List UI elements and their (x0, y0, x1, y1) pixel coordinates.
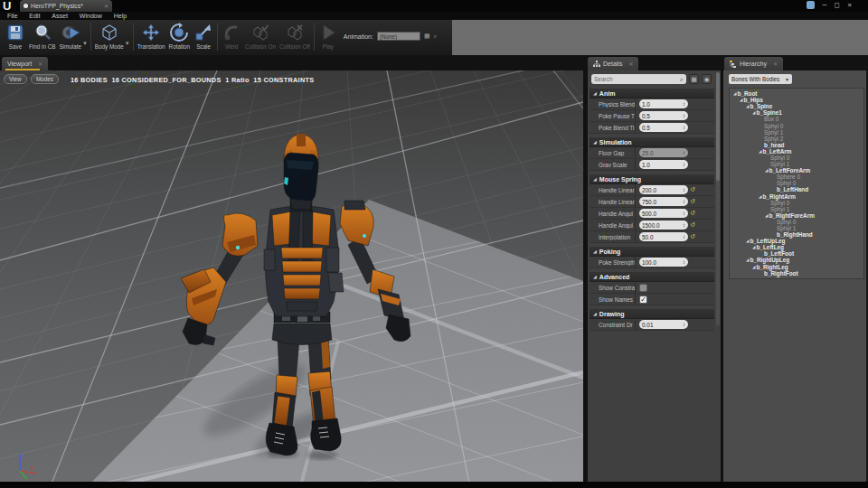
maximize-button[interactable]: □ (835, 1, 839, 9)
menu-help[interactable]: Help (114, 13, 127, 19)
tab-close-icon[interactable]: ✕ (104, 3, 108, 9)
tab-viewport[interactable]: Viewport ✕ (2, 57, 48, 70)
reset-to-default-icon[interactable]: ↺ (690, 186, 695, 193)
menu-file[interactable]: File (7, 13, 17, 19)
property-value-field[interactable]: 0.01↕ (639, 320, 688, 329)
dropdown-caret-icon[interactable]: ▼ (125, 41, 130, 46)
tree-item-b_leftupleg[interactable]: ◢b_LeftUpLeg (730, 238, 863, 244)
property-value-field[interactable]: 100.0↕ (639, 258, 688, 267)
tree-item-sphyl-0[interactable]: Sphyl 0 (730, 122, 863, 128)
tree-item-b_spine1[interactable]: ◢b_Spine1 (730, 109, 863, 116)
details-scrollbar[interactable] (716, 72, 720, 325)
expand-arrow-icon[interactable]: ◢ (765, 213, 768, 218)
hierarchy-tab-close-icon[interactable]: ✕ (773, 61, 778, 67)
expand-arrow-icon[interactable]: ◢ (733, 91, 736, 96)
viewport-tab-close-icon[interactable]: ✕ (38, 61, 42, 67)
hierarchy-filter-dropdown[interactable]: Bones With Bodies ▼ (729, 74, 792, 84)
value-spinner-icon[interactable]: ↕ (683, 125, 685, 130)
minimize-button[interactable]: — (823, 1, 827, 9)
tree-item-sphyl-0[interactable]: Sphyl 0 (730, 219, 863, 225)
find-in-cb-button[interactable]: Find in CB (27, 22, 57, 51)
checkbox[interactable] (639, 284, 647, 292)
value-spinner-icon[interactable]: ↕ (683, 234, 685, 239)
expand-arrow-icon[interactable]: ◢ (746, 258, 749, 262)
section-header[interactable]: ◢Simulation (590, 137, 714, 147)
asset-grid-icon[interactable]: ▦ (424, 33, 430, 40)
checkbox[interactable]: ✓ (639, 296, 647, 304)
section-header[interactable]: ◢Anim (590, 89, 714, 99)
tree-item-b_spine[interactable]: ◢b_Spine (730, 103, 863, 109)
value-spinner-icon[interactable]: ↕ (683, 150, 685, 155)
reset-to-default-icon[interactable]: ↺ (690, 198, 695, 205)
translation-button[interactable]: Translation (136, 22, 167, 51)
document-tab[interactable]: HeroTPP_Physics* ✕ (20, 0, 112, 12)
tree-item-b_leftleg[interactable]: ◢b_LeftLeg (730, 244, 863, 250)
tree-item-b_rightforearm[interactable]: ◢b_RightForeArm (730, 212, 863, 219)
tree-item-sphere-0[interactable]: Sphere 0 (730, 174, 863, 180)
tree-item-b_rightupleg[interactable]: ◢b_RightUpLeg (730, 257, 863, 263)
tree-item-sphyl-0[interactable]: Sphyl 0 (730, 200, 863, 206)
menu-edit[interactable]: Edit (29, 13, 40, 19)
property-value-field[interactable]: 1.0↕ (639, 99, 688, 108)
value-spinner-icon[interactable]: ↕ (683, 101, 685, 107)
property-value-field[interactable]: 50.0↕ (639, 232, 688, 241)
section-header[interactable]: ◢Mouse Spring (590, 174, 714, 184)
viewport-3d[interactable]: z x y (0, 70, 583, 482)
tree-item-b_leftforearm[interactable]: ◢b_LeftForeArm (730, 167, 863, 174)
reset-to-default-icon[interactable]: ↺ (690, 221, 695, 229)
value-spinner-icon[interactable]: ↕ (683, 259, 685, 265)
animation-asset-field[interactable]: (None) (377, 32, 420, 41)
property-value-field[interactable]: 1500.0↕ (639, 221, 688, 230)
tab-hierarchy[interactable]: Hierarchy ✕ (724, 57, 783, 70)
rotation-button[interactable]: Rotation (167, 22, 192, 51)
expand-arrow-icon[interactable]: ◢ (746, 104, 749, 108)
reset-to-default-icon[interactable]: ↺ (690, 210, 695, 217)
reset-to-default-icon[interactable]: ↺ (690, 233, 695, 240)
property-value-field[interactable]: 0.5↕ (639, 123, 688, 132)
expand-arrow-icon[interactable]: ◢ (752, 110, 755, 115)
value-spinner-icon[interactable]: ↕ (683, 322, 685, 327)
tree-item-b_leftfoot[interactable]: b_LeftFoot (730, 250, 863, 257)
tree-item-b_rightleg[interactable]: ◢b_RightLeg (730, 264, 863, 270)
expand-arrow-icon[interactable]: ◢ (759, 194, 761, 199)
value-spinner-icon[interactable]: ↕ (683, 162, 685, 167)
tree-item-sphyl-1[interactable]: Sphyl 1 (730, 129, 863, 136)
value-spinner-icon[interactable]: ↕ (683, 222, 685, 228)
expand-arrow-icon[interactable]: ◢ (759, 149, 761, 154)
property-value-field[interactable]: 1.0↕ (639, 160, 688, 169)
menu-window[interactable]: Window (80, 13, 102, 19)
property-value-field[interactable]: 0.5↕ (639, 111, 688, 120)
tree-item-sphyl-0[interactable]: Sphyl 0 (730, 180, 863, 186)
tree-item-sphyl-1[interactable]: Sphyl 1 (730, 206, 863, 212)
tree-item-b_leftarm[interactable]: ◢b_LeftArm (730, 148, 863, 155)
section-header[interactable]: ◢Poking (590, 247, 714, 257)
property-value-field[interactable]: 750.0↕ (639, 197, 688, 206)
tree-item-sphyl-1[interactable]: Sphyl 1 (730, 161, 863, 167)
tree-item-box-0[interactable]: Box 0 (730, 116, 863, 122)
section-header[interactable]: ◢Drawing (590, 309, 714, 319)
value-spinner-icon[interactable]: ↕ (683, 211, 685, 216)
display-filter-button[interactable]: ◉ (702, 74, 712, 84)
value-spinner-icon[interactable]: ↕ (683, 187, 685, 192)
value-spinner-icon[interactable]: ↕ (683, 113, 685, 118)
tree-item-b_root[interactable]: ◢b_Root (730, 90, 863, 97)
tree-item-sphyl-0[interactable]: Sphyl 0 (730, 155, 863, 161)
simulate-button[interactable]: Simulate (57, 22, 83, 51)
tree-item-b_lefthand[interactable]: b_LeftHand (730, 186, 863, 192)
property-matrix-button[interactable]: ▦ (689, 74, 699, 84)
expand-arrow-icon[interactable]: ◢ (765, 168, 768, 173)
tree-item-sphyl-1[interactable]: Sphyl 1 (730, 225, 863, 231)
expand-arrow-icon[interactable]: ◢ (752, 265, 755, 269)
tree-item-sphyl-2[interactable]: Sphyl 2 (730, 136, 863, 142)
expand-arrow-icon[interactable]: ◢ (740, 98, 742, 102)
section-header[interactable]: ◢Advanced (590, 272, 714, 282)
save-button[interactable]: Save (4, 22, 27, 51)
value-spinner-icon[interactable]: ↕ (683, 199, 685, 204)
feedback-icon[interactable] (807, 1, 815, 9)
scale-button[interactable]: Scale (192, 22, 215, 51)
expand-arrow-icon[interactable]: ◢ (752, 245, 755, 249)
close-button[interactable]: ✕ (847, 1, 852, 9)
property-value-field[interactable]: 500.0↕ (639, 209, 688, 218)
tree-item-b_rightarm[interactable]: ◢b_RightArm (730, 193, 863, 200)
tree-item-b_head[interactable]: b_head (730, 142, 863, 148)
